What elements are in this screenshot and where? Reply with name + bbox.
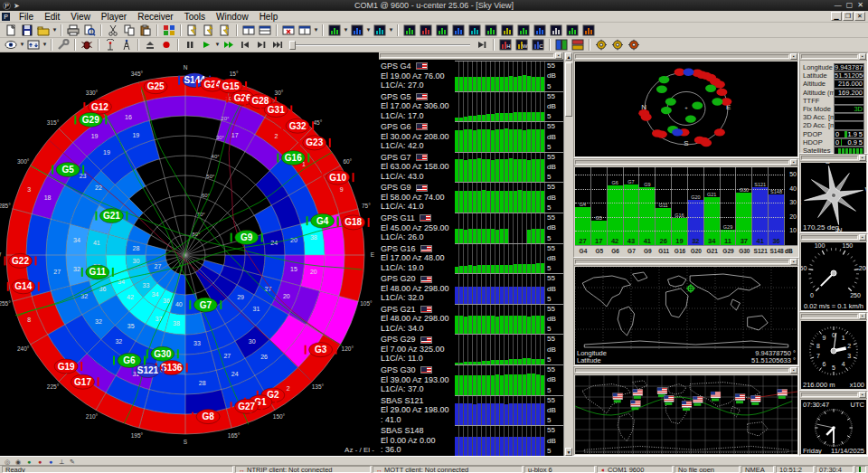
satlist-vertical-scrollbar[interactable]: ▲ ▼ xyxy=(563,52,573,456)
pause-icon[interactable] xyxy=(182,38,198,52)
satellite-row-G7[interactable]: GPS G7 El 63.00 Az 158.00 L1C/A: 43.0 55… xyxy=(379,152,563,183)
menu-tools[interactable]: Tools xyxy=(179,11,211,23)
world-position-panel[interactable]: ▪ Longitude Latitude 9.94378750 ° 51.512… xyxy=(573,258,799,366)
view-toggle-10-icon[interactable] xyxy=(548,24,564,37)
slider-thumb[interactable] xyxy=(289,41,296,50)
view-toggle-2-icon[interactable] xyxy=(418,24,434,37)
antenna-icon[interactable] xyxy=(102,38,118,52)
navigation-data-panel[interactable]: ▪ Longitude9.94378750 °Latitude51.512056… xyxy=(799,52,868,154)
title-bar[interactable]: P ➤ COM1 @ 9600 - u-center 25.06 - [Sky … xyxy=(0,0,868,11)
dropdown-arrow-icon[interactable]: ▼ xyxy=(388,24,394,37)
altimeter-panel[interactable]: ▪ 0123456789 216.000 m x100 xyxy=(799,312,868,391)
antenna-small-icon[interactable]: ⊥ xyxy=(57,457,66,465)
edit-small-icon[interactable]: ✎ xyxy=(68,457,77,465)
satellite-row-G29[interactable]: GPS G29 El 7.00 Az 325.00 L1C/A: 11.0 55… xyxy=(379,334,563,364)
satellite-row-S121[interactable]: SBAS S121 El 29.00 Az 198.00 : 41.0 55dB… xyxy=(379,395,563,426)
mdi-minimize-button[interactable]: ▁ xyxy=(831,12,842,21)
connection-icon[interactable]: ◉ xyxy=(14,457,23,465)
menu-help[interactable]: Help xyxy=(254,11,284,23)
disconnect-icon[interactable]: ◎ xyxy=(3,457,12,465)
record-icon[interactable] xyxy=(158,38,175,52)
speedometer-panel[interactable]: ▪ 050100150200250 0.02 m/s = 0.1 km/h xyxy=(799,233,868,312)
histogram-w-icon[interactable]: W xyxy=(514,38,530,52)
satellite-row-G6[interactable]: GPS G6 El 30.00 Az 208.00 L1C/A: 42.0 55… xyxy=(379,121,563,152)
menu-view[interactable]: View xyxy=(65,11,96,23)
satellite-row-S148[interactable]: SBAS S148 El 0.00 Az 0.00 : 36.0 55dB5 xyxy=(379,425,563,456)
ucenter-logo-icon[interactable] xyxy=(161,24,177,37)
panel-close-icon[interactable]: ▪ xyxy=(790,367,797,374)
playback-position-slider[interactable] xyxy=(289,40,470,51)
compass-panel[interactable]: ▪ NESW170.25 deg xyxy=(799,154,868,233)
view-toggle-7-icon[interactable] xyxy=(499,24,515,37)
satellite-row-G20[interactable]: GPS G20 El 48.00 Az 298.00 L1C/A: 32.0 5… xyxy=(379,273,563,304)
satellite-row-G4[interactable]: GPS G4 El 19.00 Az 76.00 L1C/A: 27.0 55d… xyxy=(379,61,563,91)
sky-view-panel[interactable]: N15°30°45°60°75°E105°120°135°150°165°S19… xyxy=(0,52,378,456)
print-icon[interactable] xyxy=(65,24,81,37)
split-vertical-icon[interactable] xyxy=(257,24,273,37)
close-view-icon[interactable] xyxy=(280,24,297,37)
view-toggle-3-icon[interactable] xyxy=(434,24,450,37)
menu-file[interactable]: File xyxy=(14,11,39,23)
fast-forward-icon[interactable] xyxy=(221,38,237,52)
panel-close-icon[interactable]: ▪ xyxy=(859,234,866,241)
mdi-restore-button[interactable]: ❐ xyxy=(843,12,854,21)
skip-to-end-icon[interactable] xyxy=(474,38,490,52)
clock-panel[interactable]: ▪ 07:30:47 UTC Friday 11/14/2025 xyxy=(799,391,868,456)
window-arrange-icon[interactable] xyxy=(297,24,313,37)
menu-player[interactable]: Player xyxy=(96,11,132,23)
scroll-thumb[interactable] xyxy=(565,62,572,117)
dropdown-arrow-icon[interactable]: ▼ xyxy=(214,38,221,52)
step-forward-icon[interactable] xyxy=(253,38,269,52)
open-file-icon[interactable] xyxy=(35,24,52,37)
view-toggle-12-icon[interactable] xyxy=(580,24,597,37)
eject-icon[interactable] xyxy=(142,38,158,52)
world-online-icon[interactable]: ● xyxy=(24,457,33,465)
satellite-row-G30[interactable]: GPS G30 El 39.00 Az 193.00 L1C/A: 37.0 5… xyxy=(379,364,563,395)
debug-messages-icon[interactable] xyxy=(79,38,95,52)
new-file-icon[interactable] xyxy=(3,24,19,37)
dock-view-1-icon[interactable] xyxy=(553,38,570,52)
histogram-c-icon[interactable]: C xyxy=(530,38,546,52)
satellite-row-G16[interactable]: GPS G16 El 17.00 Az 48.00 L1C/A: 19.0 55… xyxy=(379,243,563,274)
dropdown-arrow-icon[interactable]: ▼ xyxy=(52,24,58,37)
signal-chart-panel[interactable]: ▪ G4 27 G5 17 G6 42 G7 43 G9 41 G11 26 xyxy=(573,158,799,258)
save-file-icon[interactable] xyxy=(19,24,35,37)
view-toggle-6-icon[interactable] xyxy=(483,24,499,37)
view-chart-map-icon[interactable] xyxy=(349,24,365,37)
satlist-scroll-strip[interactable]: ▪ xyxy=(379,52,563,60)
close-icon[interactable]: ✕ xyxy=(857,1,863,10)
mdi-child-icon[interactable]: P xyxy=(2,13,10,21)
point-icon[interactable]: ● xyxy=(46,457,55,465)
panel-close-icon[interactable]: ▪ xyxy=(859,53,866,60)
world-alert-icon[interactable]: ● xyxy=(35,457,44,465)
strip-close-icon[interactable]: ▪ xyxy=(555,52,562,59)
skip-forward-icon[interactable] xyxy=(269,38,286,52)
survey-in-icon[interactable] xyxy=(118,38,135,52)
menu-window[interactable]: Window xyxy=(211,11,254,23)
view-toggle-1-icon[interactable] xyxy=(401,24,418,37)
panel-close-icon[interactable]: ▪ xyxy=(790,159,797,166)
copy-icon[interactable] xyxy=(121,24,137,37)
view-toggle-4-icon[interactable] xyxy=(450,24,467,37)
panel-close-icon[interactable]: ▪ xyxy=(790,53,797,60)
view-toggle-9-icon[interactable] xyxy=(532,24,548,37)
cut-icon[interactable] xyxy=(105,24,121,37)
dropdown-arrow-icon[interactable]: ▼ xyxy=(19,38,25,52)
satellite-world-map-panel[interactable]: ▪ xyxy=(573,366,799,456)
scroll-down-icon[interactable]: ▼ xyxy=(565,448,572,456)
view-toggle-5-icon[interactable] xyxy=(467,24,483,37)
packet-console-3-icon[interactable] xyxy=(626,38,642,52)
menu-receiver[interactable]: Receiver xyxy=(132,11,178,23)
panel-close-icon[interactable]: ▪ xyxy=(859,392,866,398)
view-toggle-11-icon[interactable] xyxy=(564,24,580,37)
satellite-row-G21[interactable]: GPS G21 El 48.00 Az 298.00 L1C/A: 34.0 5… xyxy=(379,304,563,335)
split-horizontal-icon[interactable] xyxy=(241,24,257,37)
step-back-icon[interactable] xyxy=(237,38,253,52)
histogram-h-icon[interactable]: H xyxy=(497,38,514,52)
view-toggle-8-icon[interactable] xyxy=(515,24,532,37)
dock-view-2-icon[interactable] xyxy=(570,38,586,52)
firmware-tool-3-icon[interactable] xyxy=(217,24,233,37)
play-icon[interactable] xyxy=(198,38,214,52)
view-chart-table-icon[interactable] xyxy=(372,24,388,37)
panel-close-icon[interactable]: ▪ xyxy=(790,259,797,265)
